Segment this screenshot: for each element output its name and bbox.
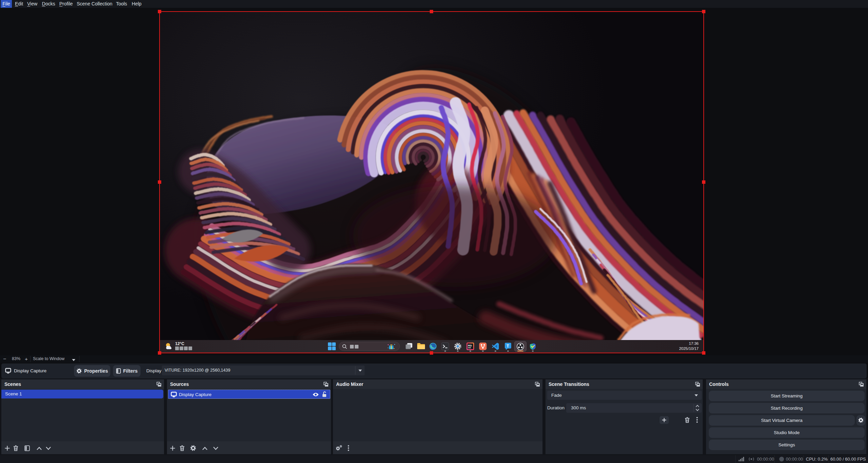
svg-text:RD: RD [468,344,472,347]
svg-text:T: T [506,344,509,349]
